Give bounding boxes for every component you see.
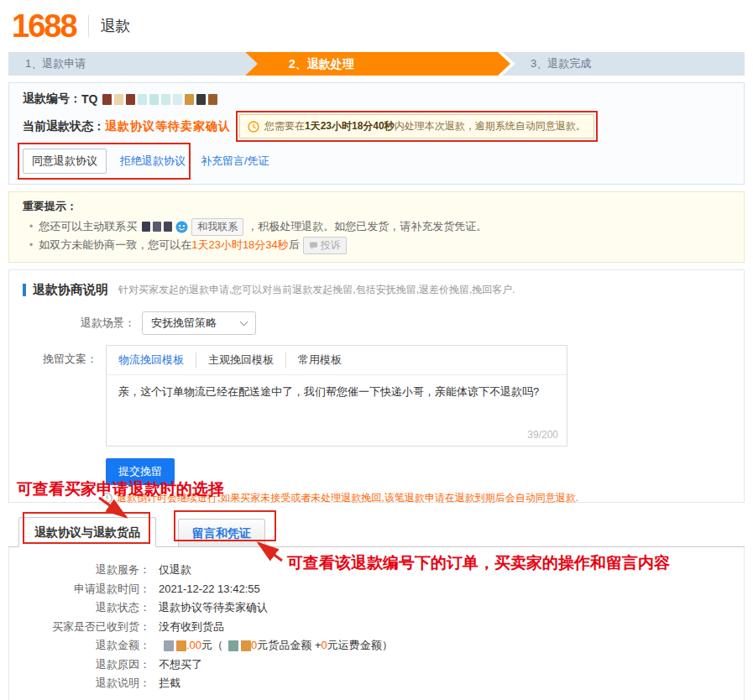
detail-row-reason: 退款原因： 不想买了 [9,656,744,675]
notice-text: 您需要在1天23小时18分40秒内处理本次退款，逾期系统自动同意退款。 [264,119,586,133]
deadline-notice-wrap: 您需要在1天23小时18分40秒内处理本次退款，逾期系统自动同意退款。 [239,114,594,138]
service-label: 退款服务： [9,561,150,580]
tip-item-contact: 您还可以主动联系买 和我联系 ，积极处理退款。如您已发货，请补充发货凭证。 [29,217,730,236]
censor-block [208,94,217,105]
refund-number-label: 退款编号： [23,91,81,107]
refund-number-censored [102,94,217,105]
notice-pre: 您需要在 [264,120,305,132]
retain-copy-label: 挽留文案： [43,352,97,367]
censor-block [196,94,206,105]
goods-amount-suffix: 元货品金额 + [257,636,321,656]
section-marker [23,284,26,296]
buyer-name-censored [142,222,172,232]
tab-refund-agreement-goods[interactable]: 退款协议与退款货品 [18,517,156,547]
reason-label: 退款原因： [9,656,150,675]
agree-refund-button[interactable]: 同意退款协议 [23,149,107,174]
detail-row-received: 买家是否已收到货： 没有收到货品 [9,618,744,637]
censor-block [173,94,182,105]
notice-countdown: 1天23小时18分40秒 [305,120,395,132]
apply-time-label: 申请退款时间： [9,580,150,599]
censor-block [102,94,112,105]
detail-status-value: 退款协议等待卖家确认 [159,598,268,618]
tips-title: 重要提示： [23,199,730,214]
received-label: 买家是否已收到货： [9,618,150,637]
censor-block [153,222,161,232]
complaint-button[interactable]: 投诉 [303,237,347,254]
negotiation-header: 退款协商说明 针对买家发起的退款申请,您可以对当前退款发起挽留,包括安抚挽留,退… [23,282,730,298]
censor-block [114,94,123,105]
censor-block [164,640,174,651]
complaint-icon [309,241,318,250]
refund-scene-select[interactable]: 安抚挽留策略 [142,311,256,335]
step-refund-apply: 1、退款申请 [25,52,86,76]
template-tabs: 物流挽回模板 主观挽回模板 常用模板 [107,346,567,375]
detail-row-apply-time: 申请退款时间： 2021-12-22 13:42:55 [9,580,744,599]
framed-action-buttons: 同意退款协议 拒绝退款协议 [23,149,186,174]
tab-subjective-template[interactable]: 主观挽回模板 [196,353,285,368]
tab-common-template[interactable]: 常用模板 [285,353,353,368]
tab2-label: 留言和凭证 [192,526,251,540]
refund-note-label: 退款说明： [9,674,150,693]
detail-status-label: 退款状态： [9,598,150,618]
refund-status-label: 当前退款状态： [23,119,105,134]
negotiation-title: 退款协商说明 [33,282,108,298]
refund-actions-row: 同意退款协议 拒绝退款协议 补充留言/凭证 [23,149,730,174]
tip2-post: 后 [289,236,300,254]
detail-row-status: 退款状态： 退款协议等待卖家确认 [9,598,744,618]
censor-block [126,94,135,105]
refund-scene-label: 退款场景： [81,316,135,331]
refund-scene-row: 退款场景： 安抚挽留策略 [23,311,730,335]
refund-scene-value: 安抚挽留策略 [151,316,217,331]
service-value: 仅退款 [159,561,191,580]
amount-visible-digits: .00 [186,636,201,656]
freight-amount-suffix: 元运费金额） [327,636,393,656]
reject-refund-link[interactable]: 拒绝退款协议 [120,154,186,169]
header: 1688 退款 [8,0,745,52]
amount-label: 退款金额： [9,636,150,656]
contact-me-button[interactable]: 和我联系 [191,218,243,236]
freight-amount-zero: 0 [322,636,327,656]
retain-copy-box: 物流挽回模板 主观挽回模板 常用模板 亲，这个订单物流已经在配送途中了，我们帮您… [106,345,567,447]
goods-amount-zero: 0 [251,636,257,656]
refund-status-panel: 退款编号： TQ 当前退款状态： 退款协议等待卖家确认 您需要在1天23小时18… [8,82,745,185]
char-counter: 39/200 [107,429,567,446]
refund-note-value: 拦截 [159,674,180,693]
header-divider [88,15,89,37]
censor-block [138,94,147,105]
censor-block [185,94,194,105]
tip1-post: ，积极处理退款。如您已发货，请补充发货凭证。 [247,217,487,236]
censor-block [142,222,150,232]
step-refund-complete: 3、退款完成 [531,52,591,76]
refund-page: 1688 退款 1、退款申请 2、退款处理 3、退款完成 退款编号： TQ 当前… [0,0,753,700]
important-tips-panel: 重要提示： 您还可以主动联系买 和我联系 ，积极处理退款。如您已发货，请补充发货… [8,191,745,263]
refund-number-prefix: TQ [81,92,97,106]
annotation-text-top: 可查看买家申请退款时的选择 [17,478,224,500]
detail-tabs: 退款协议与退款货品 留言和凭证 [8,517,745,547]
annotation-text-bottom: 可查看该退款编号下的订单，买卖家的操作和留言内容 [287,552,670,574]
complaint-countdown: 1天23小时18分34秒 [191,236,289,254]
apply-time-value: 2021-12-22 13:42:55 [159,580,260,599]
detail-row-note: 退款说明： 拦截 [9,674,744,693]
amount-paren-censored [228,640,251,651]
retain-message-textarea[interactable]: 亲，这个订单物流已经在配送途中了，我们帮您催一下快递小哥，亲能体谅下不退款吗? [107,375,567,429]
detail-row-amount: 退款金额： .00 元（ 0 元货品金额 + 0 元运费金额） [9,636,744,656]
tab-logistics-template[interactable]: 物流挽回模板 [118,353,196,368]
amount-censored [164,640,186,651]
received-value: 没有收到货品 [159,618,224,637]
refund-status-row: 当前退款状态： 退款协议等待卖家确认 您需要在1天23小时18分40秒内处理本次… [23,114,730,138]
tip2-pre: 如双方未能协商一致，您可以在 [39,236,191,254]
negotiation-desc: 针对买家发起的退款申请,您可以对当前退款发起挽留,包括安抚挽留,退差价挽留,挽回… [118,283,515,297]
deadline-notice: 您需要在1天23小时18分40秒内处理本次退款，逾期系统自动同意退款。 [239,114,594,138]
reason-value: 不想买了 [159,656,202,675]
negotiation-panel: 退款协商说明 针对买家发起的退款申请,您可以对当前退款发起挽留,包括安抚挽留,退… [8,269,745,503]
tab-messages-vouchers[interactable]: 留言和凭证 [178,519,265,546]
censor-block [228,640,238,651]
clock-icon [248,121,259,133]
wangwang-icon[interactable] [175,221,188,233]
tips-list: 您还可以主动联系买 和我联系 ，积极处理退款。如您已发货，请补充发货凭证。 如双… [23,217,730,254]
amount-unit: 元（ [201,636,223,656]
amount-value: .00 元（ 0 元货品金额 + 0 元运费金额） [159,636,393,656]
supplement-message-link[interactable]: 补充留言/凭证 [201,154,269,169]
refund-number-row: 退款编号： TQ [23,91,730,107]
logo-1688[interactable]: 1688 [12,10,76,42]
